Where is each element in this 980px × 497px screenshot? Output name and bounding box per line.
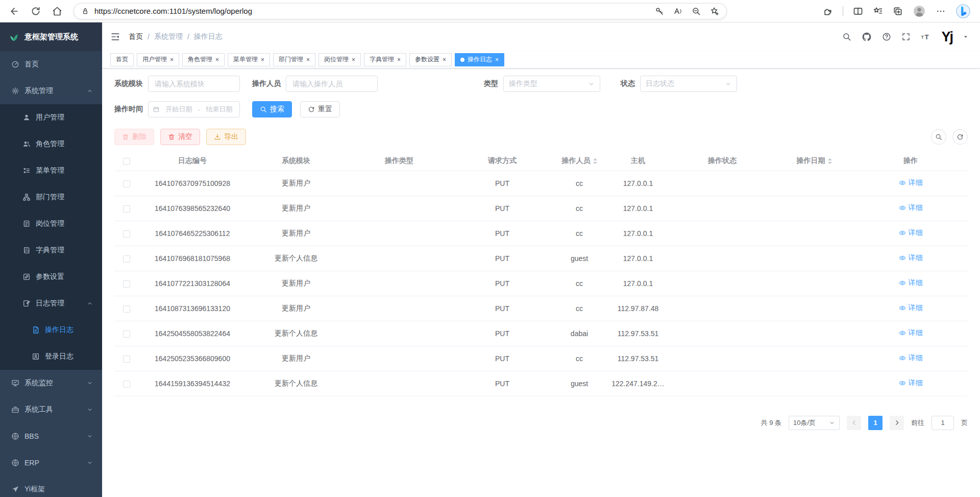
tab-角色管理[interactable]: 角色管理×	[182, 53, 225, 66]
sidebar-item-menu-management[interactable]: 菜单管理	[0, 157, 102, 184]
bing-copilot-icon[interactable]	[955, 4, 971, 19]
detail-link[interactable]: 详细	[899, 378, 923, 388]
detail-link[interactable]: 详细	[899, 278, 923, 288]
url-text[interactable]: https://ccnetcore.com:1101/system/log/op…	[94, 7, 252, 15]
sidebar-item-yi-framework[interactable]: Yi框架	[0, 476, 102, 497]
date-range-picker[interactable]: 开始日期 - 结束日期	[148, 101, 240, 117]
sidebar-item-login-log[interactable]: 登录日志	[0, 343, 102, 370]
sidebar-item-dept-management[interactable]: 部门管理	[0, 184, 102, 210]
avatar-caret-icon[interactable]	[963, 34, 969, 40]
row-checkbox[interactable]	[123, 230, 130, 238]
tab-close-icon[interactable]: ×	[261, 57, 264, 63]
font-size-icon[interactable]: TT	[921, 32, 931, 42]
row-checkbox[interactable]	[123, 381, 130, 388]
toggle-search-button[interactable]	[931, 129, 946, 145]
sidebar-fold-icon[interactable]	[110, 32, 120, 42]
fullscreen-icon[interactable]	[901, 32, 911, 41]
collections-icon[interactable]	[893, 6, 903, 16]
row-checkbox[interactable]	[123, 205, 130, 212]
sidebar-item-param-settings[interactable]: 参数设置	[0, 264, 102, 290]
tab-用户管理[interactable]: 用户管理×	[137, 53, 179, 66]
column-header[interactable]: 操作人员	[552, 151, 606, 171]
detail-link[interactable]: 详细	[899, 253, 923, 263]
prev-page-button[interactable]	[847, 416, 861, 430]
next-page-button[interactable]	[890, 416, 904, 430]
row-checkbox[interactable]	[123, 180, 130, 187]
add-favorite-icon[interactable]	[710, 7, 719, 16]
tab-close-icon[interactable]: ×	[352, 57, 355, 63]
sidebar-item-post-management[interactable]: 岗位管理	[0, 210, 102, 237]
page-number-1[interactable]: 1	[868, 416, 883, 430]
read-aloud-icon[interactable]	[673, 7, 682, 16]
sidebar-item-system-management[interactable]: 系统管理	[0, 78, 102, 104]
page-size-select[interactable]: 10条/页	[789, 416, 840, 430]
sort-icon[interactable]	[828, 158, 832, 164]
clear-button[interactable]: 清空	[160, 129, 200, 145]
browser-back-icon[interactable]	[9, 6, 19, 16]
zoom-out-icon[interactable]	[692, 7, 701, 16]
tab-首页[interactable]: 首页	[110, 53, 134, 66]
browser-reload-icon[interactable]	[31, 6, 41, 16]
app-logo[interactable]: 意框架管理系统	[0, 22, 102, 51]
address-bar[interactable]: https://ccnetcore.com:1101/system/log/op…	[74, 3, 727, 19]
tab-部门管理[interactable]: 部门管理×	[273, 53, 315, 66]
goto-page-input[interactable]	[932, 416, 954, 430]
row-checkbox[interactable]	[123, 330, 130, 338]
sidebar-item-role-management[interactable]: 角色管理	[0, 131, 102, 157]
tab-菜单管理[interactable]: 菜单管理×	[228, 53, 270, 66]
row-checkbox[interactable]	[123, 255, 130, 263]
detail-link[interactable]: 详细	[899, 303, 923, 313]
row-checkbox[interactable]	[123, 305, 130, 313]
detail-link[interactable]: 详细	[899, 203, 923, 212]
tab-close-icon[interactable]: ×	[495, 57, 499, 63]
sidebar-item-system-tools[interactable]: 系统工具	[0, 396, 102, 423]
search-button[interactable]: 搜索	[252, 101, 292, 117]
extensions-icon[interactable]	[823, 6, 833, 16]
browser-home-icon[interactable]	[52, 6, 62, 16]
split-screen-icon[interactable]	[853, 6, 863, 16]
header-search-icon[interactable]	[842, 32, 851, 41]
tab-操作日志[interactable]: 操作日志×	[455, 53, 504, 66]
tab-close-icon[interactable]: ×	[397, 57, 401, 63]
help-icon[interactable]	[882, 32, 891, 41]
favorites-icon[interactable]	[873, 6, 883, 16]
detail-link[interactable]: 详细	[899, 328, 923, 338]
delete-button[interactable]: 删除	[114, 129, 154, 145]
status-select[interactable]: 日志状态	[640, 76, 737, 92]
row-checkbox[interactable]	[123, 356, 130, 363]
operator-input[interactable]	[286, 76, 378, 92]
sidebar-item-oper-log[interactable]: 操作日志	[0, 317, 102, 343]
sidebar-item-log-management[interactable]: 日志管理	[0, 290, 102, 317]
column-header[interactable]: 操作日期	[775, 151, 853, 171]
tab-字典管理[interactable]: 字典管理×	[364, 53, 406, 66]
refresh-table-button[interactable]	[952, 129, 968, 145]
type-select[interactable]: 操作类型	[503, 76, 600, 92]
row-checkbox[interactable]	[123, 280, 130, 288]
reset-button[interactable]: 重置	[300, 101, 340, 117]
detail-link[interactable]: 详细	[899, 178, 923, 187]
sidebar-item-erp[interactable]: ERP	[0, 449, 102, 476]
select-all-checkbox[interactable]	[123, 158, 130, 165]
tab-参数设置[interactable]: 参数设置×	[409, 53, 452, 66]
password-icon[interactable]	[655, 7, 664, 16]
sidebar-item-bbs[interactable]: BBS	[0, 423, 102, 449]
sort-icon[interactable]	[593, 158, 597, 164]
detail-link[interactable]: 详细	[899, 228, 923, 238]
export-button[interactable]: 导出	[206, 129, 246, 145]
user-avatar-logo[interactable]: Yj	[941, 30, 952, 44]
detail-link[interactable]: 详细	[899, 353, 923, 363]
sidebar-item-user-management[interactable]: 用户管理	[0, 104, 102, 131]
sidebar-item-dict-management[interactable]: 字典管理	[0, 237, 102, 264]
tab-close-icon[interactable]: ×	[170, 57, 174, 63]
sidebar-item-home[interactable]: 首页	[0, 51, 102, 78]
module-input[interactable]	[148, 76, 240, 92]
breadcrumb-system[interactable]: 系统管理	[154, 32, 183, 41]
breadcrumb-home[interactable]: 首页	[129, 32, 143, 41]
sidebar-item-system-monitor[interactable]: 系统监控	[0, 370, 102, 396]
tab-岗位管理[interactable]: 岗位管理×	[318, 53, 361, 66]
browser-menu-icon[interactable]	[936, 6, 946, 16]
github-icon[interactable]	[862, 32, 872, 42]
profile-avatar-icon[interactable]	[913, 5, 926, 18]
tab-close-icon[interactable]: ×	[443, 57, 446, 63]
tab-close-icon[interactable]: ×	[215, 57, 219, 63]
